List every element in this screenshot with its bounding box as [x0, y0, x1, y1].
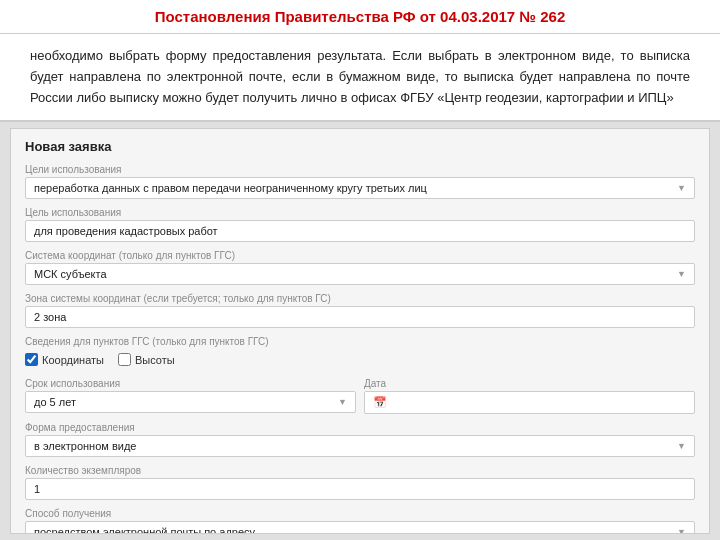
kolichestvo-label: Количество экземпляров: [25, 465, 695, 476]
forma-label: Форма предоставления: [25, 422, 695, 433]
vysoty-checkbox-item[interactable]: Высоты: [118, 353, 175, 366]
data-label: Дата: [364, 378, 695, 389]
sistema-koordinat-group: Система координат (только для пунктов ГГ…: [25, 250, 695, 285]
sistema-koordinat-label: Система координат (только для пунктов ГГ…: [25, 250, 695, 261]
kolichestvo-input[interactable]: 1: [25, 478, 695, 500]
data-group: Дата 📅: [364, 378, 695, 414]
svedeniya-checkboxes: Координаты Высоты: [25, 349, 695, 370]
tseli-ispolzovaniya-group: Цели использования переработка данных с …: [25, 164, 695, 199]
tsel-ispolzovaniya-group: Цель использования для проведения кадаст…: [25, 207, 695, 242]
tseli-ispolzovaniya-select-wrap[interactable]: переработка данных с правом передачи нео…: [25, 177, 695, 199]
tseli-ispolzovaniya-label: Цели использования: [25, 164, 695, 175]
form-container: Новая заявка Цели использования перерабо…: [10, 128, 710, 534]
tsel-ispolzovaniya-input[interactable]: для проведения кадастровых работ: [25, 220, 695, 242]
form-title: Новая заявка: [25, 139, 695, 154]
tsel-ispolzovaniya-label: Цель использования: [25, 207, 695, 218]
srok-row: Срок использования до 5 лет Дата 📅: [25, 378, 695, 414]
tseli-ispolzovaniya-select[interactable]: переработка данных с правом передачи нео…: [25, 177, 695, 199]
srok-label: Срок использования: [25, 378, 356, 389]
zona-group: Зона системы координат (если требуется; …: [25, 293, 695, 328]
sposob-group: Способ получения посредством электронной…: [25, 508, 695, 534]
vysoty-checkbox[interactable]: [118, 353, 131, 366]
intro-text: необходимо выбрать форму предоставления …: [0, 34, 720, 122]
srok-group: Срок использования до 5 лет: [25, 378, 356, 414]
vysoty-label: Высоты: [135, 354, 175, 366]
sposob-select[interactable]: посредством электронной почты по адресу: [25, 521, 695, 534]
svedeniya-group: Сведения для пунктов ГГС (только для пун…: [25, 336, 695, 370]
srok-select[interactable]: до 5 лет: [25, 391, 356, 413]
forma-select[interactable]: в электронном виде: [25, 435, 695, 457]
forma-group: Форма предоставления в электронном виде: [25, 422, 695, 457]
svedeniya-label: Сведения для пунктов ГГС (только для пун…: [25, 336, 695, 347]
sposob-label: Способ получения: [25, 508, 695, 519]
data-input[interactable]: 📅: [364, 391, 695, 414]
sistema-koordinat-select[interactable]: МСК субъекта: [25, 263, 695, 285]
zona-input[interactable]: 2 зона: [25, 306, 695, 328]
koordinaty-checkbox-item[interactable]: Координаты: [25, 353, 104, 366]
zona-label: Зона системы координат (если требуется; …: [25, 293, 695, 304]
koordinaty-label: Координаты: [42, 354, 104, 366]
kolichestvo-group: Количество экземпляров 1: [25, 465, 695, 500]
koordinaty-checkbox[interactable]: [25, 353, 38, 366]
page-title: Постановления Правительства РФ от 04.03.…: [0, 0, 720, 34]
